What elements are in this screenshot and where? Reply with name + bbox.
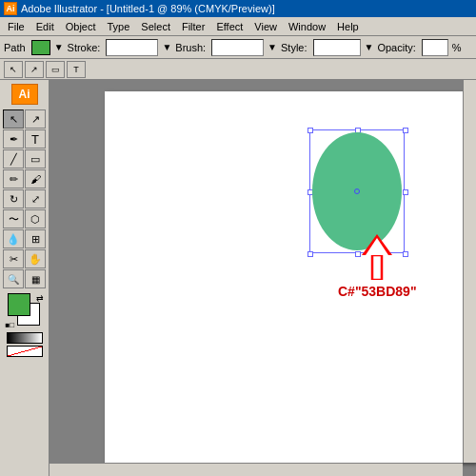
horizontal-scrollbar[interactable] (50, 463, 463, 476)
swap-colors-icon[interactable]: ⇄ (36, 293, 44, 303)
tool-direct-select[interactable]: ↗ (25, 109, 46, 129)
stroke-input[interactable] (106, 39, 158, 56)
color-hex-label: C#"53BD89" (338, 284, 417, 299)
tool-eyedropper[interactable]: 💧 (3, 229, 24, 248)
opacity-label: Opacity: (377, 42, 415, 53)
red-arrow-icon (362, 234, 392, 280)
toolbar-row2: ↖ ↗ ▭ T (0, 59, 476, 80)
title-bar: Ai Adobe Illustrator - [Untitled-1 @ 89%… (0, 0, 476, 17)
foreground-color-box[interactable] (8, 293, 30, 316)
tool-mesh[interactable]: ⊞ (25, 229, 46, 248)
toolbox: Ai ↖ ↗ ✒ T ╱ ▭ ✏ 🖌 ↻ ⤢ 〜 ⬡ 💧 ⊞ ✂ (0, 80, 50, 476)
tool-type[interactable]: T (25, 129, 46, 149)
toolbar2-btn3[interactable]: ▭ (46, 61, 65, 78)
menu-filter[interactable]: Filter (176, 19, 210, 34)
stroke-dropdown-arrow[interactable]: ▼ (162, 42, 171, 52)
fill-color-swatch[interactable] (31, 40, 50, 55)
brush-dropdown-arrow[interactable]: ▼ (268, 42, 277, 52)
tool-rect[interactable]: ▭ (25, 149, 46, 169)
tool-pen[interactable]: ✒ (3, 129, 24, 149)
tool-brush[interactable]: 🖌 (25, 169, 46, 188)
style-label: Style: (281, 42, 307, 53)
svg-rect-1 (372, 255, 382, 280)
tool-pencil[interactable]: ✏ (3, 169, 24, 188)
tool-warp[interactable]: 〜 (3, 209, 24, 228)
tool-zoom[interactable]: 🔍 (3, 269, 24, 288)
style-input[interactable] (313, 39, 361, 56)
toolbar2-btn2[interactable]: ↗ (25, 61, 44, 78)
menu-effect[interactable]: Effect (210, 19, 248, 34)
color-annotation: C#"53BD89" (338, 234, 417, 299)
menu-object[interactable]: Object (60, 19, 102, 34)
artboard: C#"53BD89" (105, 91, 476, 463)
menu-file[interactable]: File (2, 19, 30, 34)
toolbar2-btn1[interactable]: ↖ (4, 61, 23, 78)
menu-help[interactable]: Help (331, 19, 365, 34)
path-label: Path (4, 42, 26, 53)
tool-select[interactable]: ↖ (3, 109, 24, 129)
gradient-swatch[interactable] (7, 332, 43, 344)
ai-logo: Ai (11, 84, 38, 105)
handle-top-right[interactable] (403, 128, 408, 133)
menu-view[interactable]: View (248, 19, 283, 34)
brush-input[interactable] (211, 39, 264, 56)
toolbar-row1: Path ▼ Stroke: ▼ Brush: ▼ Style: ▼ Opaci… (0, 36, 476, 59)
brush-label: Brush: (175, 42, 206, 53)
menu-bar: File Edit Object Type Select Filter Effe… (0, 17, 476, 36)
canvas-area[interactable]: C#"53BD89" (50, 80, 476, 476)
default-colors-icon[interactable]: ■□ (6, 321, 15, 329)
style-dropdown-arrow[interactable]: ▼ (365, 42, 374, 52)
opacity-unit: % (452, 42, 462, 53)
tool-blend[interactable]: ⬡ (25, 209, 46, 228)
tool-scale[interactable]: ⤢ (25, 189, 46, 208)
app-icon: Ai (4, 2, 17, 15)
handle-middle-right[interactable] (403, 189, 408, 195)
menu-window[interactable]: Window (283, 19, 331, 34)
tool-scissors[interactable]: ✂ (3, 249, 24, 268)
stroke-arrow: ▼ (54, 42, 64, 52)
menu-select[interactable]: Select (135, 19, 176, 34)
tool-extra[interactable]: ▦ (25, 269, 46, 288)
center-point (354, 188, 360, 194)
tool-hand[interactable]: ✋ (25, 249, 46, 268)
menu-edit[interactable]: Edit (30, 19, 60, 34)
tool-line[interactable]: ╱ (3, 149, 24, 169)
app-title: Adobe Illustrator - [Untitled-1 @ 89% (C… (21, 3, 275, 14)
handle-bottom-left[interactable] (307, 251, 313, 257)
toolbar2-btn4[interactable]: T (67, 61, 86, 78)
none-swatch[interactable] (7, 346, 43, 357)
stroke-label: Stroke: (68, 42, 101, 53)
main-area: Ai ↖ ↗ ✒ T ╱ ▭ ✏ 🖌 ↻ ⤢ 〜 ⬡ 💧 ⊞ ✂ (0, 80, 476, 476)
menu-type[interactable]: Type (102, 19, 136, 34)
tool-rotate[interactable]: ↻ (3, 189, 24, 208)
opacity-input[interactable]: 100 (422, 39, 448, 56)
vertical-scrollbar[interactable] (463, 80, 476, 463)
color-indicator: ⇄ ■□ (6, 293, 44, 329)
